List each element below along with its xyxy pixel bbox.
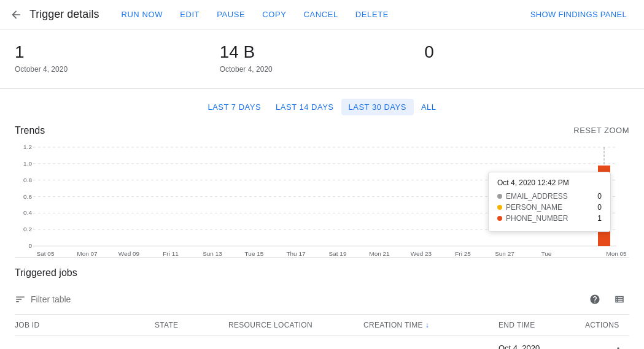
tooltip-date: Oct 4, 2020 12:42 PM bbox=[497, 178, 602, 187]
table-header: Job ID State Resource location Creation … bbox=[15, 315, 629, 336]
filter-last14[interactable]: LAST 14 DAYS bbox=[268, 99, 341, 115]
col-actions: Actions bbox=[580, 321, 629, 329]
svg-text:Tue: Tue bbox=[541, 250, 552, 257]
tooltip-value-0: 0 bbox=[597, 192, 602, 201]
reset-zoom-button[interactable]: RESET ZOOM bbox=[573, 126, 629, 135]
tooltip-dot-0 bbox=[497, 194, 502, 199]
stat-date-0: October 4, 2020 bbox=[15, 65, 220, 74]
trends-container: Trends RESET ZOOM 1.2 1.0 0.8 0.6 0.4 0.… bbox=[0, 125, 644, 258]
pause-button[interactable]: PAUSE bbox=[209, 6, 252, 23]
svg-text:Tue 15: Tue 15 bbox=[245, 250, 264, 257]
svg-text:Wed 09: Wed 09 bbox=[118, 250, 140, 257]
tooltip-label-1: PERSON_NAME bbox=[506, 203, 594, 212]
svg-text:0.8: 0.8 bbox=[23, 176, 32, 183]
svg-text:Wed 23: Wed 23 bbox=[411, 250, 432, 257]
more-actions-button[interactable] bbox=[612, 345, 629, 349]
svg-text:Mon 21: Mon 21 bbox=[369, 250, 390, 257]
tooltip-row-2: PHONE_NUMBER 1 bbox=[497, 214, 602, 223]
tooltip-dot-1 bbox=[497, 205, 502, 210]
svg-text:0: 0 bbox=[28, 242, 32, 249]
col-resource: Resource location bbox=[223, 321, 359, 329]
filter-all[interactable]: ALL bbox=[414, 99, 444, 115]
filter-actions bbox=[585, 290, 629, 309]
svg-text:0.4: 0.4 bbox=[23, 209, 32, 216]
svg-text:Sat 19: Sat 19 bbox=[329, 250, 347, 257]
chart-area: 1.2 1.0 0.8 0.6 0.4 0.2 0 Sat 05 Mon 07 … bbox=[15, 141, 629, 258]
svg-text:Sun 27: Sun 27 bbox=[495, 250, 514, 257]
col-creation-time[interactable]: Creation time ↓ bbox=[359, 321, 494, 329]
svg-text:0.2: 0.2 bbox=[23, 226, 32, 232]
svg-text:Mon 05: Mon 05 bbox=[606, 250, 627, 257]
stat-item-0: 1 October 4, 2020 bbox=[15, 37, 220, 79]
stat-item-2: 0 bbox=[424, 37, 629, 79]
svg-text:Mon 07: Mon 07 bbox=[77, 250, 98, 257]
jobs-title: Triggered jobs bbox=[15, 267, 629, 278]
table-row: 7768043030830322238 Done Global (any reg… bbox=[15, 336, 629, 349]
svg-text:Sat 05: Sat 05 bbox=[37, 250, 55, 257]
svg-text:Fri 11: Fri 11 bbox=[163, 250, 179, 257]
stat-date-1: October 4, 2020 bbox=[220, 65, 425, 74]
page-title: Trigger details bbox=[29, 8, 99, 21]
tooltip-row-1: PERSON_NAME 0 bbox=[497, 203, 602, 212]
svg-text:1.2: 1.2 bbox=[23, 144, 32, 150]
jobs-section: Triggered jobs Job ID State Resource loc… bbox=[0, 258, 644, 349]
back-button[interactable] bbox=[10, 9, 22, 21]
edit-button[interactable]: EDIT bbox=[173, 6, 207, 23]
filter-icon bbox=[15, 294, 26, 305]
tooltip-value-2: 1 bbox=[597, 214, 602, 223]
tooltip-label-2: PHONE_NUMBER bbox=[506, 214, 594, 223]
sort-icon: ↓ bbox=[425, 321, 429, 329]
chart-tooltip: Oct 4, 2020 12:42 PM EMAIL_ADDRESS 0 PER… bbox=[488, 172, 611, 232]
header-actions: RUN NOW EDIT PAUSE COPY CANCEL DELETE bbox=[114, 6, 396, 23]
svg-text:0.6: 0.6 bbox=[23, 193, 32, 199]
run-now-button[interactable]: RUN NOW bbox=[114, 6, 170, 23]
end-time-cell: Oct 4, 2020, 12:03:15 AM bbox=[494, 343, 580, 349]
col-job-id: Job ID bbox=[15, 321, 150, 329]
trends-header: Trends RESET ZOOM bbox=[15, 125, 629, 136]
svg-text:Fri 25: Fri 25 bbox=[455, 250, 471, 257]
trends-title: Trends bbox=[15, 125, 45, 136]
show-findings-button[interactable]: SHOW FINDINGS PANEL bbox=[523, 6, 634, 23]
tooltip-dot-2 bbox=[497, 216, 502, 221]
filter-last30[interactable]: LAST 30 DAYS bbox=[341, 99, 414, 115]
tooltip-value-1: 0 bbox=[597, 203, 602, 212]
tooltip-row-0: EMAIL_ADDRESS 0 bbox=[497, 192, 602, 201]
help-button[interactable] bbox=[585, 290, 605, 309]
delete-button[interactable]: DELETE bbox=[348, 6, 396, 23]
header: Trigger details RUN NOW EDIT PAUSE COPY … bbox=[0, 0, 644, 29]
copy-button[interactable]: COPY bbox=[255, 6, 293, 23]
filter-last7[interactable]: LAST 7 DAYS bbox=[200, 99, 268, 115]
tooltip-label-0: EMAIL_ADDRESS bbox=[506, 192, 594, 201]
col-state: State bbox=[150, 321, 223, 329]
stats-row: 1 October 4, 2020 14 B October 4, 2020 0 bbox=[0, 29, 644, 89]
columns-button[interactable] bbox=[610, 290, 629, 309]
svg-text:Thu 17: Thu 17 bbox=[286, 250, 306, 257]
time-filters: LAST 7 DAYS LAST 14 DAYS LAST 30 DAYS AL… bbox=[0, 89, 644, 125]
stat-value-0: 1 bbox=[15, 42, 220, 63]
stat-value-1: 14 B bbox=[220, 42, 425, 63]
filter-row bbox=[15, 285, 629, 315]
stat-item-1: 14 B October 4, 2020 bbox=[220, 37, 425, 79]
col-end-time: End time bbox=[494, 321, 580, 329]
row-actions-cell bbox=[580, 345, 629, 349]
table-container: Job ID State Resource location Creation … bbox=[15, 315, 629, 349]
stat-value-2: 0 bbox=[424, 42, 629, 63]
svg-text:1.0: 1.0 bbox=[23, 159, 32, 166]
filter-input[interactable] bbox=[31, 294, 580, 304]
svg-text:Sun 13: Sun 13 bbox=[203, 250, 222, 257]
cancel-button[interactable]: CANCEL bbox=[297, 6, 346, 23]
